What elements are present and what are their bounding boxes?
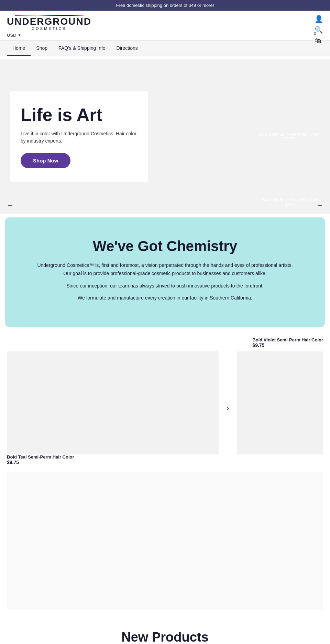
chemistry-title: We've Got Chemistry <box>33 238 297 255</box>
hero-section: Life is Art Live it in color with Underg… <box>0 59 330 214</box>
product-teal-title: Bold Teal Semi-Perm Hair Color <box>7 454 219 460</box>
header: UNDERGROUND COSMETICS USD ▼ 👤 🔍 🛍 0 <box>0 11 330 40</box>
hero-product-bottom-right: Bold Teal Semi-Perm Hair Color $9.75 <box>261 197 320 207</box>
product-violet-image <box>237 351 323 454</box>
product-teal[interactable]: Bold Teal Semi-Perm Hair Color $9.75 <box>7 351 219 465</box>
logo-sub: COSMETICS <box>32 26 66 31</box>
hero-product-bottom-right-name: Bold Teal Semi-Perm Hair Color <box>261 197 320 202</box>
product-teal-price: $9.75 <box>7 460 219 465</box>
chemistry-text-3: We formulate and manufacture every creat… <box>33 294 297 302</box>
hero-subtitle: Live it in color with Underground Cosmet… <box>21 130 138 145</box>
top-banner: Free domestic shipping on orders of $49 … <box>0 0 330 11</box>
products-scroll-section: Bold Violet Semi-Perm Hair Color $9.75 B… <box>0 330 330 616</box>
hero-title: Life is Art <box>21 105 138 125</box>
chemistry-section: We've Got Chemistry Underground Cosmetic… <box>5 217 325 327</box>
nav-item-home[interactable]: Home <box>7 41 31 56</box>
hero-prev-arrow-icon[interactable]: ← <box>3 200 17 211</box>
hero-content: Life is Art Live it in color with Underg… <box>10 91 148 182</box>
product-scroll-area <box>7 472 323 609</box>
nav-item-faq[interactable]: FAQ's & Shipping Info <box>53 41 111 56</box>
product-teal-image <box>7 351 219 454</box>
logo-wrapper: UNDERGROUND COSMETICS <box>7 15 91 31</box>
hero-product-right-price: $9.75 <box>258 137 320 142</box>
cart-count-row: 0 <box>7 31 323 36</box>
chemistry-text-2: Since our inception, our team has always… <box>33 282 297 290</box>
chemistry-text-1: Underground Cosmetics™ is, first and for… <box>33 261 297 278</box>
products-row: Bold Teal Semi-Perm Hair Color $9.75 › <box>7 351 323 465</box>
product-card-top-right: Bold Violet Semi-Perm Hair Color $9.75 <box>7 337 323 348</box>
cart-icon[interactable]: 🛍 <box>315 37 323 45</box>
hero-product-bottom-right-price: $9.75 <box>261 202 320 207</box>
new-products-section: New Products Shop now <box>0 616 330 644</box>
product-violet-title: Bold Violet Semi-Perm Hair Color <box>252 337 323 342</box>
banner-text: Free domestic shipping on orders of $49 … <box>116 3 214 8</box>
nav-item-directions[interactable]: Directions <box>111 41 143 56</box>
product-violet-price: $9.75 <box>252 342 323 348</box>
hero-product-right: Bold Violet Semi-Perm Hair Color $9.75 <box>258 132 320 142</box>
new-products-title: New Products <box>7 630 323 644</box>
main-nav: Home Shop FAQ's & Shipping Info Directio… <box>0 40 330 56</box>
user-icon[interactable]: 👤 <box>315 15 323 23</box>
hero-product-right-name: Bold Violet Semi-Perm Hair Color <box>258 132 320 137</box>
nav-item-shop[interactable]: Shop <box>31 41 53 56</box>
logo-name[interactable]: UNDERGROUND <box>7 17 91 26</box>
product-violet[interactable]: Bold Violet Semi-Perm Hair Color $9.75 <box>252 337 323 348</box>
hero-next-arrow-icon[interactable]: → <box>313 200 327 211</box>
search-icon[interactable]: 🔍 <box>315 26 323 34</box>
logo-area: UNDERGROUND COSMETICS <box>7 15 323 31</box>
products-scroll-arrow-icon[interactable]: › <box>224 403 232 413</box>
shop-now-button[interactable]: Shop Now <box>21 153 70 168</box>
header-icons: 👤 🔍 🛍 <box>315 15 323 45</box>
